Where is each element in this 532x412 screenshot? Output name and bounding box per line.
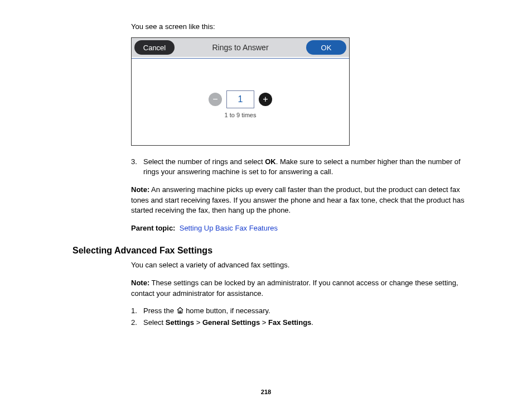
screenshot-topbar: Cancel Rings to Answer OK	[132, 38, 349, 57]
stepper-value[interactable]: 1	[226, 90, 254, 108]
step-2: 2. Select Settings > General Settings > …	[131, 318, 473, 327]
quantity-stepper: − 1 +	[132, 90, 349, 108]
note-label: Note:	[131, 185, 149, 194]
note-label-2: Note:	[131, 279, 149, 287]
plus-icon[interactable]: +	[259, 93, 272, 106]
step-text-bold: OK	[265, 157, 276, 166]
document-page: You see a screen like this: Cancel Rings…	[0, 0, 532, 349]
section-intro: You can select a variety of advanced fax…	[131, 260, 473, 270]
cancel-button[interactable]: Cancel	[134, 40, 175, 55]
screenshot-title: Rings to Answer	[212, 43, 268, 52]
device-screenshot: Cancel Rings to Answer OK − 1 + 1 to 9 t…	[131, 37, 350, 146]
step-3: 3. Select the number of rings and select…	[131, 157, 473, 177]
step1-pre: Press the	[143, 306, 176, 315]
home-icon	[176, 306, 184, 315]
ok-button[interactable]: OK	[306, 40, 346, 55]
note-1: Note: An answering machine picks up ever…	[131, 185, 473, 215]
step2-s1: >	[194, 318, 202, 327]
divider	[132, 58, 349, 59]
step2-b1: Settings	[166, 318, 194, 327]
section-heading: Selecting Advanced Fax Settings	[72, 246, 473, 256]
note-text-2: These settings can be locked by an admin…	[131, 279, 458, 297]
note-text: An answering machine picks up every call…	[131, 185, 465, 214]
step-number: 3.	[131, 157, 143, 177]
svg-rect-0	[180, 311, 181, 313]
note-2: Note: These settings can be locked by an…	[131, 278, 473, 298]
parent-topic: Parent topic: Setting Up Basic Fax Featu…	[131, 223, 473, 233]
step-text-pre: Select the number of rings and select	[143, 157, 265, 166]
step-number: 2.	[131, 318, 143, 327]
parent-link[interactable]: Setting Up Basic Fax Features	[180, 224, 278, 232]
intro-text: You see a screen like this:	[131, 22, 473, 31]
step1-post: home button, if necessary.	[184, 306, 270, 315]
parent-label: Parent topic:	[131, 224, 175, 232]
step2-b3: Fax Settings	[268, 318, 311, 327]
stepper-caption: 1 to 9 times	[132, 112, 349, 118]
step2-pre: Select	[143, 318, 166, 327]
step2-b2: General Settings	[202, 318, 260, 327]
step2-post: .	[311, 318, 313, 327]
step2-s2: >	[260, 318, 268, 327]
step-1: 1. Press the home button, if necessary.	[131, 306, 473, 315]
minus-icon[interactable]: −	[209, 93, 222, 106]
page-number: 218	[0, 389, 532, 395]
step-number: 1.	[131, 306, 143, 315]
